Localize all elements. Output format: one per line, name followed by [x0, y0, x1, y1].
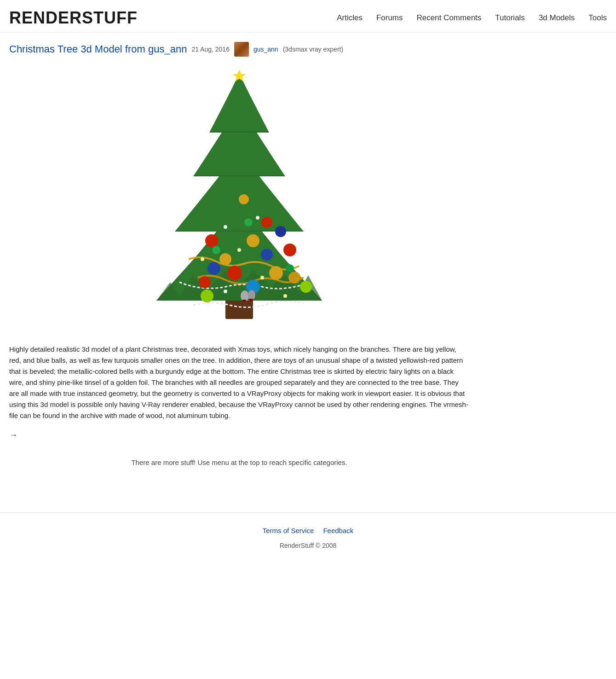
- article-date: 21 Aug, 2016: [191, 46, 230, 53]
- nav-tools[interactable]: Tools: [588, 13, 607, 23]
- svg-point-31: [300, 281, 312, 293]
- svg-point-14: [205, 234, 218, 247]
- svg-point-27: [244, 218, 253, 226]
- nav-articles[interactable]: Articles: [337, 13, 363, 23]
- nav-tutorials[interactable]: Tutorials: [495, 13, 525, 23]
- svg-point-18: [199, 276, 211, 288]
- svg-point-20: [269, 266, 283, 280]
- main-content: Christmas Tree 3d Model from gus_ann 21 …: [0, 33, 478, 512]
- svg-point-34: [256, 216, 259, 220]
- svg-rect-45: [249, 299, 253, 301]
- svg-point-43: [248, 290, 255, 300]
- svg-point-16: [227, 266, 242, 280]
- article-title-link[interactable]: Christmas Tree 3d Model from gus_ann: [9, 43, 187, 55]
- svg-point-17: [261, 217, 272, 228]
- svg-point-33: [224, 225, 227, 229]
- avatar: [234, 42, 249, 57]
- svg-point-22: [239, 194, 249, 204]
- svg-point-37: [201, 257, 204, 261]
- svg-point-39: [260, 276, 264, 279]
- svg-point-25: [207, 262, 220, 275]
- svg-marker-12: [210, 74, 268, 131]
- svg-point-38: [293, 257, 296, 261]
- svg-point-28: [212, 246, 220, 254]
- nav-recent-comments[interactable]: Recent Comments: [417, 13, 482, 23]
- svg-point-36: [274, 244, 278, 247]
- site-footer: Terms of Service Feedback RenderStuff © …: [0, 512, 616, 558]
- svg-point-26: [275, 226, 286, 237]
- site-logo[interactable]: RENDERSTUFF: [9, 8, 138, 28]
- nav-3d-models[interactable]: 3d Models: [539, 13, 575, 23]
- svg-point-30: [201, 290, 213, 302]
- svg-point-24: [261, 249, 273, 261]
- svg-point-41: [283, 294, 287, 298]
- author-name-link[interactable]: gus_ann: [253, 46, 278, 53]
- article-header-row: Christmas Tree 3d Model from gus_ann 21 …: [9, 42, 469, 57]
- svg-rect-44: [242, 300, 246, 302]
- read-more-link[interactable]: →: [9, 430, 17, 440]
- footer-copyright: RenderStuff © 2008: [9, 542, 607, 549]
- svg-point-23: [288, 272, 300, 284]
- svg-point-35: [237, 248, 241, 252]
- nav-forums[interactable]: Forums: [376, 13, 403, 23]
- footer-links: Terms of Service Feedback: [9, 527, 607, 534]
- svg-point-19: [247, 234, 259, 247]
- article-image-container: [9, 61, 469, 330]
- avatar-image: [234, 42, 249, 57]
- site-header: RENDERSTUFF Articles Forums Recent Comme…: [0, 0, 616, 33]
- christmas-tree-image: [133, 61, 345, 328]
- svg-point-29: [286, 264, 294, 273]
- svg-point-21: [219, 253, 231, 265]
- svg-point-40: [224, 290, 227, 293]
- article-body: Highly detailed realistic 3d model of a …: [9, 344, 469, 421]
- svg-point-15: [283, 244, 296, 256]
- author-role: (3dsmax vray expert): [283, 46, 343, 53]
- main-nav: Articles Forums Recent Comments Tutorial…: [337, 13, 607, 23]
- read-more-arrow: →: [9, 430, 17, 440]
- more-stuff-message: There are more stuff! Use menu at the to…: [9, 458, 469, 466]
- feedback-link[interactable]: Feedback: [323, 527, 353, 534]
- terms-of-service-link[interactable]: Terms of Service: [263, 527, 314, 534]
